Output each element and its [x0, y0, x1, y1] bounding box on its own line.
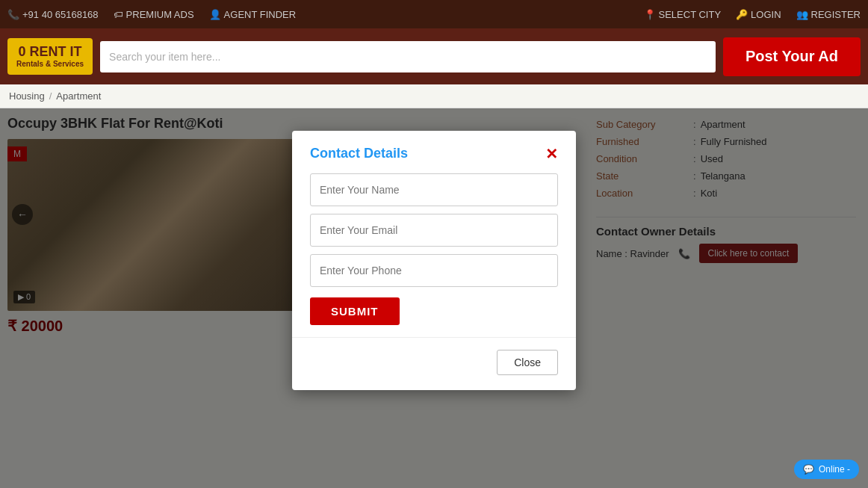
- modal-title: Contact Details: [310, 146, 408, 161]
- city-icon: 📍: [644, 9, 656, 20]
- search-bar[interactable]: Search your item here...: [100, 41, 716, 72]
- agent-finder-nav[interactable]: 👤 AGENT FINDER: [209, 9, 297, 20]
- phone-number: +91 40 65168168: [22, 9, 99, 20]
- close-button[interactable]: Close: [497, 350, 558, 375]
- modal-close-x-button[interactable]: ✕: [545, 146, 558, 161]
- phone-nav[interactable]: 📞 +91 40 65168168: [7, 9, 99, 20]
- breadcrumb-sep: /: [49, 90, 52, 102]
- premium-icon: 🏷: [114, 9, 123, 20]
- modal-close-section: Close: [310, 350, 558, 375]
- main-header: 0 RENT IT Rentals & Services Search your…: [0, 28, 868, 84]
- logo-text: 0 RENT IT: [16, 44, 84, 61]
- email-input[interactable]: [310, 214, 558, 247]
- submit-button[interactable]: SUBMIT: [310, 297, 400, 325]
- phone-icon: 📞: [7, 9, 19, 20]
- breadcrumb: Housing / Apartment: [0, 84, 868, 108]
- logo-subtitle: Rentals & Services: [16, 60, 84, 69]
- agent-icon: 👤: [209, 9, 221, 20]
- select-city-nav[interactable]: 📍 SELECT CITY: [644, 9, 722, 20]
- login-nav[interactable]: 🔑 LOGIN: [736, 9, 781, 20]
- top-nav-right: 📍 SELECT CITY 🔑 LOGIN 👥 REGISTER: [644, 9, 861, 20]
- online-label: Online -: [819, 464, 850, 475]
- phone-input[interactable]: [310, 254, 558, 287]
- breadcrumb-housing[interactable]: Housing: [9, 90, 45, 102]
- register-nav[interactable]: 👥 REGISTER: [796, 9, 861, 20]
- contact-details-modal: Contact Details ✕ SUBMIT Close: [292, 131, 576, 390]
- page-content: Occupy 3BHK Flat For Rent@Koti M ▶ 0 ← ₹…: [0, 108, 868, 488]
- breadcrumb-apartment: Apartment: [56, 90, 101, 102]
- logo[interactable]: 0 RENT IT Rentals & Services: [7, 38, 93, 75]
- online-chat-badge[interactable]: 💬 Online -: [794, 460, 859, 479]
- name-input[interactable]: [310, 173, 558, 206]
- login-icon: 🔑: [736, 9, 748, 20]
- premium-ads-nav[interactable]: 🏷 PREMIUM ADS: [114, 9, 194, 20]
- modal-overlay: Contact Details ✕ SUBMIT Close: [0, 108, 868, 488]
- register-icon: 👥: [796, 9, 808, 20]
- modal-header: Contact Details ✕: [310, 146, 558, 161]
- post-ad-button[interactable]: Post Your Ad: [723, 37, 861, 76]
- chat-icon: 💬: [803, 464, 814, 475]
- top-navigation: 📞 +91 40 65168168 🏷 PREMIUM ADS 👤 AGENT …: [0, 0, 868, 28]
- modal-divider: [292, 337, 576, 338]
- search-placeholder-text: Search your item here...: [109, 51, 220, 63]
